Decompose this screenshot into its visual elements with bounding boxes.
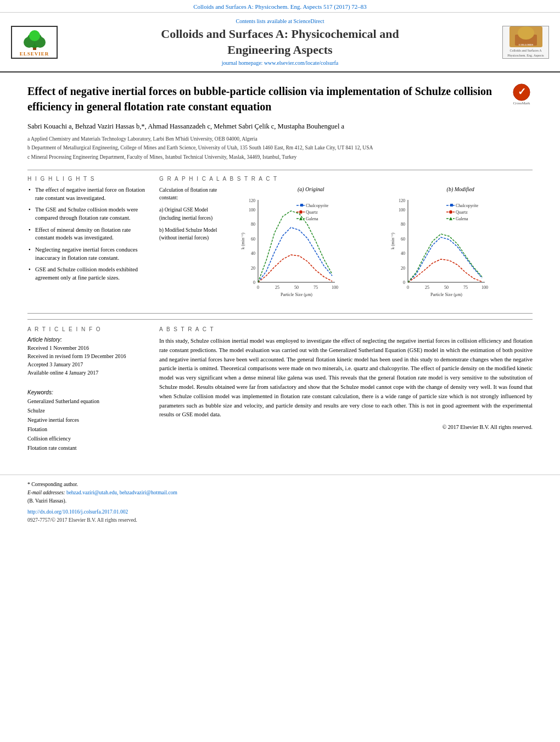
ga-calculation-title: Calculation of flotation rate constant: xyxy=(159,186,231,202)
elsevier-tree-icon xyxy=(18,28,51,51)
svg-point-31 xyxy=(299,210,303,214)
journal-name: Colloids and Surfaces A: Physicochemical… xyxy=(66,26,494,58)
svg-text:40: 40 xyxy=(251,251,255,256)
crossmark-area: ✓ CrossMark xyxy=(511,83,533,105)
email-line: E-mail addresses: behzad.vaziri@utah.edu… xyxy=(27,489,533,497)
email-addresses: behzad.vaziri@utah.edu, behzadvaziri@hot… xyxy=(66,490,177,495)
journal-right-logo: COLLOIDS Colloids and Surfaces APhysicoc… xyxy=(500,26,549,59)
keyword-2: Schulze xyxy=(27,406,148,415)
svg-text:25: 25 xyxy=(275,285,279,290)
svg-text:100: 100 xyxy=(399,208,405,213)
svg-text:60: 60 xyxy=(251,237,255,242)
svg-text:Particle Size (μm): Particle Size (μm) xyxy=(430,292,462,297)
highlights-column: H I G H L I G H T S The effect of negati… xyxy=(27,176,148,304)
svg-text:75: 75 xyxy=(313,285,318,290)
svg-text:20: 20 xyxy=(401,266,405,271)
main-content: Effect of negative inertial forces on bu… xyxy=(0,72,560,464)
author-list: Sabri Kouachi a, Behzad Vaziri Hassas b,… xyxy=(27,122,344,130)
affiliation-a: a Applied Chemistry and Materials Techno… xyxy=(27,135,533,143)
chart-b-svg: 0 20 40 60 80 100 120 0 25 50 75 xyxy=(389,194,490,304)
keyword-4: Flotation xyxy=(27,425,148,434)
abstract-heading: A B S T R A C T xyxy=(159,326,533,332)
svg-marker-59 xyxy=(449,217,452,220)
highlight-item-4: Neglecting negative inertial forces cond… xyxy=(27,246,148,262)
svg-text:120: 120 xyxy=(249,198,255,203)
journal-header: ELSEVIER Contents lists available at Sci… xyxy=(0,13,560,72)
email-label: E-mail addresses: xyxy=(27,490,65,495)
svg-text:Galena: Galena xyxy=(456,216,468,221)
highlight-item-5: GSE and Schulze collision models exhibit… xyxy=(27,266,148,282)
chart-a-svg: 0 20 40 60 80 100 120 0 25 50 75 xyxy=(239,194,340,304)
elsevier-wordmark: ELSEVIER xyxy=(20,51,49,58)
highlight-item-1: The effect of negative inertial force on… xyxy=(27,186,148,202)
svg-text:100: 100 xyxy=(332,285,338,290)
graphical-abstract-heading: G R A P H I C A L A B S T R A C T xyxy=(159,176,533,182)
svg-text:0: 0 xyxy=(253,280,255,285)
svg-text:0: 0 xyxy=(407,285,409,290)
svg-text:50: 50 xyxy=(294,285,299,290)
keywords-list: Generalized Sutherland equation Schulze … xyxy=(27,397,148,453)
paper-title-row: Effect of negative inertial forces on bu… xyxy=(27,83,533,114)
svg-text:80: 80 xyxy=(401,222,405,227)
section-divider-1 xyxy=(27,170,533,170)
chart-b-title: (b) Modified xyxy=(389,186,533,192)
authors: Sabri Kouachi a, Behzad Vaziri Hassas b,… xyxy=(27,121,533,132)
graphical-abstract-content: Calculation of flotation rate constant: … xyxy=(159,186,533,304)
ga-charts: (a) Original 0 20 40 60 80 1 xyxy=(239,186,533,304)
svg-text:75: 75 xyxy=(463,285,468,290)
affiliations: a Applied Chemistry and Materials Techno… xyxy=(27,135,533,161)
highlights-heading: H I G H L I G H T S xyxy=(27,176,148,182)
svg-text:k (min⁻¹): k (min⁻¹) xyxy=(390,233,395,250)
highlight-item-3: Effect of mineral density on flotation r… xyxy=(27,226,148,242)
svg-text:k (min⁻¹): k (min⁻¹) xyxy=(240,233,245,250)
journal-citation-bar: Colloids and Surfaces A: Physicochem. En… xyxy=(0,0,560,13)
history-label: Article history: xyxy=(27,337,148,343)
article-info-column: A R T I C L E I N F O Article history: R… xyxy=(27,326,148,453)
ga-model-a: a) Original GSE Model (including inertia… xyxy=(159,206,231,222)
svg-point-7 xyxy=(518,26,534,40)
svg-text:50: 50 xyxy=(444,285,449,290)
svg-text:Quartz: Quartz xyxy=(456,210,468,215)
svg-text:60: 60 xyxy=(401,237,405,242)
affiliation-b: b Department of Metallurgical Engineerin… xyxy=(27,144,533,152)
svg-text:Galena: Galena xyxy=(306,216,318,221)
graphical-abstract-column: G R A P H I C A L A B S T R A C T Calcul… xyxy=(159,176,533,304)
ga-model-b: b) Modified Schulze Model (without inert… xyxy=(159,226,231,242)
keyword-3: Negative inertial forces xyxy=(27,415,148,425)
doi-link: http://dx.doi.org/10.1016/j.colsurfa.201… xyxy=(27,508,533,516)
svg-point-4 xyxy=(29,30,40,41)
abstract-text: In this study, Schulze collision inertia… xyxy=(159,337,533,420)
paper-title: Effect of negative inertial forces on bu… xyxy=(27,83,502,114)
article-info-abstract-section: A R T I C L E I N F O Article history: R… xyxy=(27,319,533,453)
sciencedirect-label: Contents lists available at ScienceDirec… xyxy=(66,18,494,24)
copyright-notice: © 2017 Elsevier B.V. All rights reserved… xyxy=(159,424,533,430)
revised-date: Received in revised form 19 December 201… xyxy=(27,352,148,360)
svg-text:20: 20 xyxy=(251,266,255,271)
svg-rect-28 xyxy=(300,204,303,207)
journal-title-area: Contents lists available at ScienceDirec… xyxy=(60,18,500,66)
affiliation-c: c Mineral Processing Engineering Departm… xyxy=(27,153,533,161)
journal-homepage: journal homepage: www.elsevier.com/locat… xyxy=(66,60,494,66)
svg-text:120: 120 xyxy=(399,198,405,203)
journal-logo-image: COLLOIDS xyxy=(509,26,542,47)
svg-text:0: 0 xyxy=(403,280,405,285)
svg-text:Quartz: Quartz xyxy=(306,210,318,215)
corresponding-note: * Corresponding author. xyxy=(27,481,533,489)
keyword-5: Collision efficiency xyxy=(27,434,148,443)
svg-text:0: 0 xyxy=(257,285,259,290)
svg-text:Chalcopyrite: Chalcopyrite xyxy=(456,203,479,208)
elsevier-logo: ELSEVIER xyxy=(11,26,60,59)
svg-text:Particle Size (μm): Particle Size (μm) xyxy=(281,292,312,297)
svg-text:COLLOIDS: COLLOIDS xyxy=(518,43,533,46)
received-date: Received 1 November 2016 xyxy=(27,344,148,352)
svg-text:Chalcopyrite: Chalcopyrite xyxy=(306,203,329,208)
highlight-item-2: The GSE and Schulze collision models wer… xyxy=(27,206,148,222)
crossmark-icon: ✓ xyxy=(513,83,530,101)
chart-a-title: (a) Original xyxy=(239,186,383,192)
keywords-label: Keywords: xyxy=(27,389,148,395)
highlights-graphical-section: H I G H L I G H T S The effect of negati… xyxy=(27,176,533,304)
article-info-heading: A R T I C L E I N F O xyxy=(27,326,148,332)
keyword-6: Flotation rate constant xyxy=(27,443,148,453)
svg-text:100: 100 xyxy=(481,285,488,290)
accepted-date: Accepted 3 January 2017 xyxy=(27,360,148,369)
